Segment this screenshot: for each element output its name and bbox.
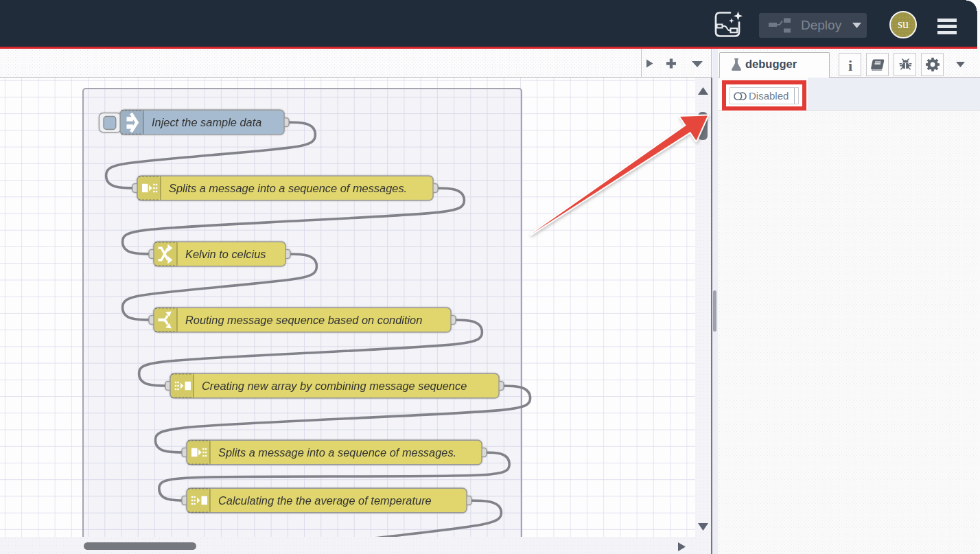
svg-text:Calculating the the average of: Calculating the the average of temperatu… [218,494,432,507]
svg-text:Kelvin to celcius: Kelvin to celcius [185,248,266,260]
svg-text:Routing message sequence based: Routing message sequence based on condit… [185,314,422,326]
svg-text:Inject the sample data: Inject the sample data [152,116,261,128]
svg-text:Creating new array by combinin: Creating new array by combining message … [202,380,467,392]
svg-text:Splits a message into a sequen: Splits a message into a sequence of mess… [218,446,456,459]
svg-text:Splits a message into a sequen: Splits a message into a sequence of mess… [169,182,407,194]
